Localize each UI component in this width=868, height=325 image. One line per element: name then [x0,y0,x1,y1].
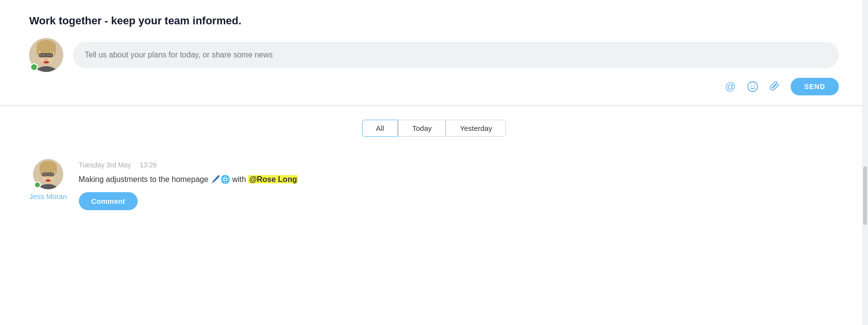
scrollbar[interactable] [862,0,868,325]
emoji-icon[interactable] [746,80,760,93]
feed-time: 13:26 [140,161,157,169]
comment-button[interactable]: Comment [79,192,138,210]
filter-tabs: All Today Yesterday [0,106,868,144]
send-button[interactable]: SEND [791,78,839,95]
filter-yesterday[interactable]: Yesterday [446,120,506,137]
svg-point-5 [36,40,56,54]
compose-input[interactable] [73,42,839,68]
svg-rect-22 [42,173,47,175]
svg-point-27 [47,177,49,179]
compose-section: Work together - keep your team informed. [0,0,868,106]
message-text-before: Making adjustments to the homepage 🖊️🌐 w… [79,175,249,183]
feed-item: Jess Moran Tuesday 3rd May 13:26 Making … [29,149,839,220]
feed-section: Jess Moran Tuesday 3rd May 13:26 Making … [0,144,868,230]
mention-tag[interactable]: @Rose Long [248,175,298,183]
compose-row [29,38,839,72]
feed-message: Making adjustments to the homepage 🖊️🌐 w… [79,174,839,185]
compose-actions: @ SEND [29,78,839,95]
svg-point-12 [43,61,49,64]
svg-rect-6 [40,54,45,56]
svg-point-14 [751,85,752,86]
attach-icon[interactable] [768,80,782,93]
main-container: Work together - keep your team informed. [0,0,868,325]
mention-icon[interactable]: @ [723,80,737,93]
feed-meta: Tuesday 3rd May 13:26 [79,161,839,169]
svg-point-11 [45,58,48,60]
feed-online-dot [34,181,41,188]
filter-all[interactable]: All [362,120,398,137]
page-title: Work together - keep your team informed. [29,15,839,27]
svg-point-28 [45,180,51,181]
feed-content: Tuesday 3rd May 13:26 Making adjustments… [79,159,839,210]
filter-today[interactable]: Today [398,120,446,137]
svg-rect-7 [47,54,52,56]
feed-avatar-wrapper [33,159,63,189]
svg-rect-23 [49,173,54,175]
feed-date: Tuesday 3rd May [79,161,131,169]
svg-point-15 [754,85,755,86]
scrollbar-thumb[interactable] [863,166,867,225]
svg-point-13 [748,82,758,91]
user-avatar-wrapper [29,38,63,72]
online-status-dot [30,63,38,71]
feed-user-name[interactable]: Jess Moran [29,192,67,200]
svg-point-21 [39,161,56,173]
